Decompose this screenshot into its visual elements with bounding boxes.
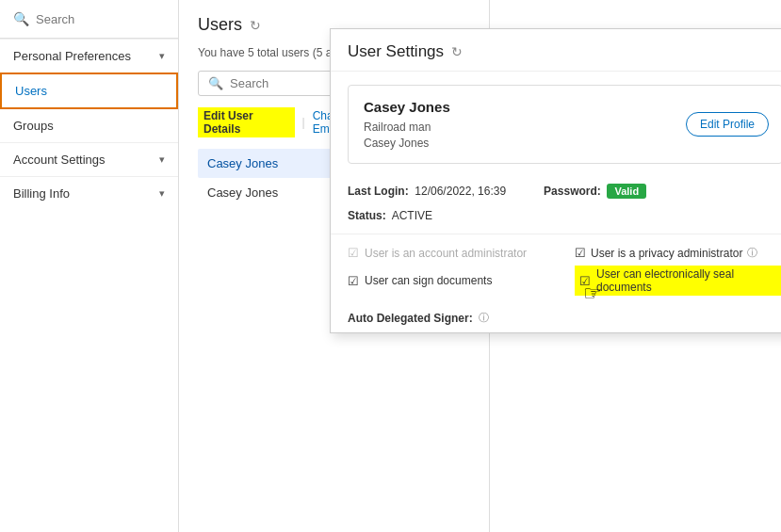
meta-row: Last Login: 12/06/2022, 16:39 Password: …	[331, 177, 781, 205]
search-icon: 🔍	[208, 76, 223, 90]
users-title: Users	[198, 15, 242, 35]
info-icon-auto-delegated[interactable]: ⓘ	[479, 311, 489, 325]
auto-delegated-section: Auto Delegated Signer: ⓘ	[331, 303, 781, 332]
checkbox-admin[interactable]: ☑ User is an account administrator	[348, 246, 556, 260]
checkbox-label-privacy: User is a privacy administrator	[591, 247, 742, 260]
last-login-label: Last Login:	[348, 185, 409, 198]
sidebar-search-container[interactable]: 🔍	[0, 0, 178, 39]
info-icon-privacy[interactable]: ⓘ	[747, 246, 757, 260]
status-row: Status: ACTIVE	[331, 205, 781, 230]
sidebar-item-label: Users	[15, 84, 47, 98]
sidebar-search-icon: 🔍	[13, 11, 29, 26]
checkboxes-section: ☑ User is an account administrator ☑ Use…	[331, 238, 781, 303]
user-settings-title: User Settings	[348, 42, 444, 61]
password-label: Password:	[544, 185, 601, 198]
last-login-value: 12/06/2022, 16:39	[415, 185, 506, 198]
checkbox-icon-admin: ☑	[348, 246, 359, 260]
checkbox-label-admin: User is an account administrator	[365, 247, 527, 260]
user-settings-panel: User Settings ↻ Casey Jones Railroad man…	[330, 28, 781, 333]
sidebar-item-users[interactable]: Users	[0, 73, 178, 109]
sidebar-item-label: Groups	[13, 119, 54, 133]
sidebar-item-label: Billing Info	[13, 186, 70, 201]
checkbox-seal[interactable]: ☑ User can electronically seal documents	[575, 266, 781, 296]
sidebar-item-groups[interactable]: Groups	[0, 109, 178, 142]
sidebar-item-billing-info[interactable]: Billing Info ▾	[0, 176, 178, 210]
last-login-section: Last Login: 12/06/2022, 16:39	[348, 185, 506, 198]
checkbox-icon-privacy: ☑	[575, 246, 586, 260]
divider-1: |	[302, 116, 305, 129]
checkbox-icon-sign: ☑	[348, 274, 359, 288]
user-name: Casey Jones	[207, 185, 278, 200]
refresh-icon[interactable]: ↻	[250, 18, 261, 33]
profile-username: Casey Jones	[364, 137, 767, 150]
checkbox-label-seal: User can electronically seal documents	[596, 267, 778, 294]
user-name: Casey Jones	[207, 156, 278, 170]
sidebar-search-input[interactable]	[36, 12, 165, 26]
chevron-down-icon: ▾	[159, 153, 165, 166]
checkbox-privacy[interactable]: ☑ User is a privacy administrator ⓘ	[575, 246, 781, 260]
sidebar: 🔍 Personal Preferences ▾ Users Groups Ac…	[0, 0, 179, 532]
sidebar-item-label: Personal Preferences	[13, 49, 131, 63]
edit-profile-button[interactable]: Edit Profile	[686, 112, 769, 137]
checkbox-sign[interactable]: ☑ User can sign documents	[348, 266, 556, 296]
sidebar-item-personal-preferences[interactable]: Personal Preferences ▾	[0, 39, 178, 73]
password-section: Password: Valid	[544, 185, 646, 198]
sidebar-item-account-settings[interactable]: Account Settings ▾	[0, 142, 178, 176]
status-value: ACTIVE	[392, 209, 432, 222]
status-label: Status:	[348, 209, 386, 222]
profile-card: Casey Jones Railroad man Casey Jones Edi…	[348, 85, 781, 164]
sidebar-item-label: Account Settings	[13, 153, 106, 167]
user-settings-header: User Settings ↻	[331, 29, 781, 72]
chevron-down-icon: ▾	[159, 187, 165, 200]
auto-delegated-label: Auto Delegated Signer:	[348, 312, 473, 325]
refresh-icon[interactable]: ↻	[451, 44, 463, 59]
chevron-down-icon: ▾	[159, 50, 165, 62]
password-status-badge: Valid	[607, 184, 646, 199]
main-content: Users ↻ You have 5 total users (5 are ac…	[179, 0, 781, 532]
cursor-pointer-icon: ☞	[583, 282, 602, 306]
edit-user-details-link[interactable]: Edit User Details	[198, 107, 295, 137]
checkbox-label-sign: User can sign documents	[365, 274, 492, 287]
